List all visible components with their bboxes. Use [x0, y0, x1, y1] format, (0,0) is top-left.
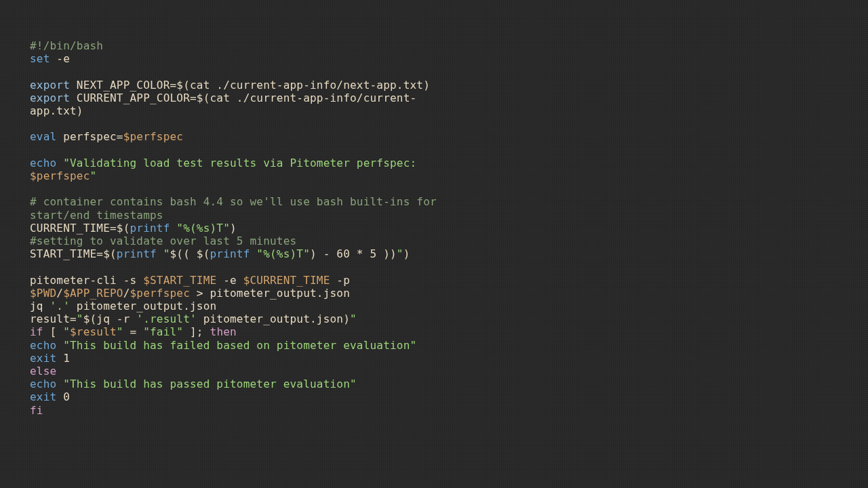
code-text: result= [30, 312, 77, 325]
code-var-name: NEXT_APP_COLOR [70, 79, 170, 92]
code-quote: " [163, 247, 170, 260]
code-echo: echo [30, 157, 56, 169]
code-shebang: #!/bin/bash [30, 39, 103, 52]
code-text: [ [43, 325, 64, 338]
code-slash: / [123, 287, 130, 300]
code-text: = [123, 325, 144, 338]
code-text: > pitometer_output.json [190, 287, 350, 300]
code-text: pitometer_output.json) [197, 312, 350, 325]
code-string: " [90, 169, 97, 182]
code-quote: " [397, 247, 403, 260]
code-quote: " [77, 312, 83, 325]
code-eval: eval [30, 130, 56, 143]
code-variable: $PWD [30, 287, 56, 300]
code-eq: =$( [170, 79, 191, 92]
code-text: pitometer-cli -s [30, 274, 143, 287]
code-echo: echo [30, 339, 56, 352]
code-space [157, 247, 163, 260]
code-close: ) [403, 247, 410, 260]
code-text: -e [216, 274, 243, 287]
code-text: START_TIME=$( [30, 247, 117, 260]
code-text: $(jq -r [83, 312, 137, 325]
code-quote: " [350, 312, 357, 325]
code-close: ) [423, 79, 430, 92]
code-close: ) [230, 222, 237, 235]
code-var-name: CURRENT_APP_COLOR [70, 92, 190, 104]
code-export: export [30, 92, 70, 104]
code-printf: printf [130, 222, 170, 235]
code-text: jq [30, 300, 50, 312]
code-variable: $perfspec [123, 130, 184, 143]
code-variable: $perfspec [130, 287, 191, 300]
code-space [170, 222, 177, 235]
code-fi: fi [30, 404, 43, 417]
code-slash: / [56, 287, 63, 300]
code-cmd: cat ./current-app-info/next-app.txt [190, 79, 423, 92]
code-export: export [30, 79, 70, 92]
code-string: '.' [50, 300, 71, 312]
code-block: #!/bin/bash set -e export NEXT_APP_COLOR… [0, 0, 467, 456]
code-text: perfspec= [56, 130, 123, 143]
code-string: "fail" [143, 325, 183, 338]
code-text: -p [330, 274, 357, 287]
code-if: if [30, 325, 43, 338]
code-quote: " [117, 325, 123, 338]
code-text: ]; [183, 325, 210, 338]
code-variable: $perfspec [30, 169, 90, 182]
code-variable: $result [70, 325, 117, 338]
code-quote: " [63, 325, 70, 338]
code-string: "This build has passed pitometer evaluat… [63, 378, 357, 390]
code-text: ) - 60 * 5 )) [310, 247, 397, 260]
code-then: then [210, 325, 237, 338]
code-string: "%(%s)T" [256, 247, 310, 260]
code-space [56, 339, 63, 352]
code-number: 0 [56, 390, 70, 403]
code-comment: # container contains bash 4.4 so we'll u… [30, 195, 443, 221]
code-string: "%(%s)T" [176, 222, 230, 235]
code-exit: exit [30, 390, 56, 403]
code-echo: echo [30, 378, 56, 390]
code-variable: $CURRENT_TIME [243, 274, 330, 287]
code-eq: =$( [190, 92, 210, 104]
code-printf: printf [117, 247, 157, 260]
code-variable: $APP_REPO [63, 287, 123, 300]
code-text: pitometer_output.json [70, 300, 216, 312]
code-close: ) [77, 104, 83, 117]
code-set: set [30, 52, 50, 65]
code-string: '.result' [136, 312, 197, 325]
code-printf: printf [210, 247, 250, 260]
code-space [56, 378, 63, 390]
code-space [56, 157, 63, 169]
code-string: "This build has failed based on pitomete… [63, 339, 416, 352]
code-number: 1 [56, 352, 70, 365]
code-variable: $START_TIME [143, 274, 216, 287]
code-set-opt: -e [50, 52, 71, 65]
code-else: else [30, 365, 56, 378]
code-text: $(( $( [170, 247, 210, 260]
code-comment: #setting to validate over last 5 minutes [30, 235, 296, 247]
code-text: CURRENT_TIME=$( [30, 222, 130, 235]
code-string: "Validating load test results via Pitome… [63, 157, 423, 169]
code-exit: exit [30, 352, 56, 365]
code-space [250, 247, 257, 260]
